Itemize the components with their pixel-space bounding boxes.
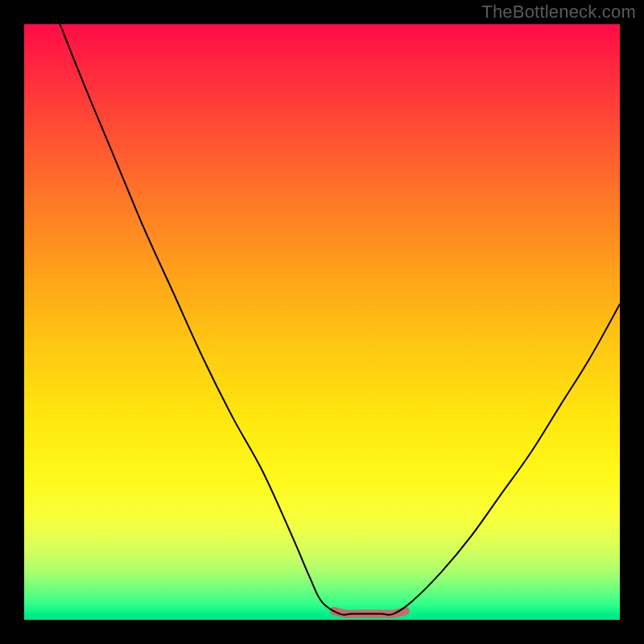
plot-area <box>24 24 620 620</box>
bottleneck-curve <box>60 24 620 615</box>
chart-svg <box>24 24 620 620</box>
watermark-text: TheBottleneck.com <box>481 2 636 23</box>
chart-frame: TheBottleneck.com <box>0 0 644 644</box>
